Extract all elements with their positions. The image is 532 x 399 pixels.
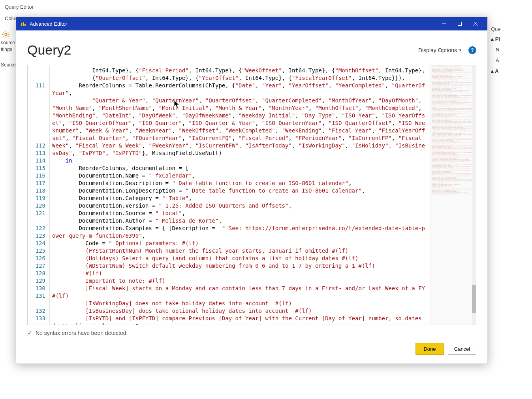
bg-right-section[interactable]: A <box>491 68 530 74</box>
titlebar-text: Advanced Editor <box>30 21 436 27</box>
code-editor[interactable]: 1111121131141151161171181191201211221231… <box>27 65 476 325</box>
maximize-button[interactable] <box>452 18 468 29</box>
line-number-gutter: 1111121131141151161171181191201211221231… <box>28 65 50 325</box>
bg-window-title: Query Editor <box>0 0 532 14</box>
done-button[interactable]: Done <box>415 343 444 355</box>
app-icon <box>20 21 26 27</box>
check-icon: ✓ <box>27 329 32 337</box>
minimap-content: TX+AS%'KAL?8##$IHIFM'=R19>Z,0:+AF"8/:+%M… <box>432 65 474 196</box>
bg-right-query-label: Que <box>491 26 530 32</box>
bg-right-item: N <box>496 47 530 53</box>
svg-point-0 <box>5 33 7 36</box>
query-name-heading: Query2 <box>27 42 418 58</box>
display-options-label: Display Options <box>418 47 457 53</box>
bg-right-panel: Que PI N A A <box>489 24 532 81</box>
minimize-button[interactable] <box>436 18 452 29</box>
svg-rect-5 <box>458 22 462 26</box>
header-row: Query2 Display Options ▾ ? <box>27 42 476 65</box>
svg-rect-1 <box>21 23 22 26</box>
chevron-down-icon: ▾ <box>459 48 461 52</box>
svg-rect-3 <box>24 24 26 26</box>
display-options-dropdown[interactable]: Display Options ▾ <box>418 47 461 53</box>
gear-icon[interactable] <box>2 30 10 39</box>
cancel-button[interactable]: Cancel <box>448 343 476 355</box>
dialog-footer: Done Cancel <box>16 339 487 363</box>
minimap[interactable]: TX+AS%'KAL?8##$IHIFM'=R19>Z,0:+AF"8/:+%M… <box>430 65 476 325</box>
help-icon[interactable]: ? <box>468 46 476 54</box>
code-content[interactable]: Int64.Type}, {"Fiscal Period", Int64.Typ… <box>50 65 430 325</box>
close-button[interactable] <box>468 18 483 29</box>
status-bar: ✓ No syntax errors have been detected. <box>16 325 487 339</box>
status-text: No syntax errors have been detected. <box>36 330 128 336</box>
minimap-scrollbar-thumb[interactable] <box>472 285 476 313</box>
bg-right-item: A <box>496 57 530 63</box>
svg-rect-2 <box>23 22 24 26</box>
titlebar: Advanced Editor <box>16 17 487 30</box>
advanced-editor-dialog: Advanced Editor Query2 Display Options ▾… <box>16 17 488 364</box>
bg-right-section[interactable]: PI <box>491 36 530 42</box>
